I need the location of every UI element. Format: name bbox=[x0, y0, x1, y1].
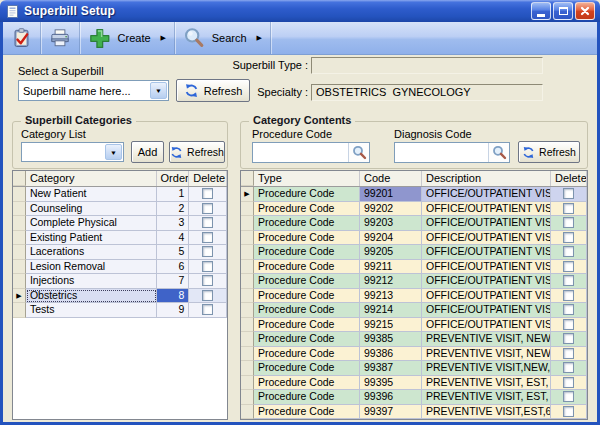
type-cell[interactable]: Procedure Code bbox=[254, 376, 360, 391]
delete-checkbox[interactable] bbox=[202, 304, 213, 315]
row-selector[interactable] bbox=[241, 274, 254, 289]
row-selector[interactable] bbox=[241, 390, 254, 405]
category-cell[interactable]: Tests bbox=[26, 303, 157, 318]
order-cell[interactable]: 7 bbox=[157, 274, 190, 289]
description-cell[interactable]: PREVENTIVE VISIT,NEW,65&OVER bbox=[422, 361, 551, 376]
code-cell[interactable]: 99385 bbox=[360, 332, 422, 347]
superbill-select-arrow-button[interactable]: ▼ bbox=[150, 82, 167, 99]
code-cell[interactable]: 99204 bbox=[360, 231, 422, 246]
row-selector[interactable] bbox=[13, 231, 26, 246]
table-row[interactable]: Procedure Code99214OFFICE/OUTPATIENT VIS… bbox=[241, 303, 587, 318]
maximize-button[interactable] bbox=[553, 2, 573, 20]
table-row[interactable]: Procedure Code99397PREVENTIVE VISIT,EST,… bbox=[241, 405, 587, 420]
table-row[interactable]: Lacerations5 bbox=[13, 245, 227, 260]
type-cell[interactable]: Procedure Code bbox=[254, 187, 360, 202]
category-cell[interactable]: Counseling bbox=[26, 202, 157, 217]
row-selector[interactable] bbox=[241, 289, 254, 304]
diagnosis-code-search-button[interactable] bbox=[488, 143, 509, 162]
type-cell[interactable]: Procedure Code bbox=[254, 245, 360, 260]
description-cell[interactable]: OFFICE/OUTPATIENT VISIT, NEW bbox=[422, 187, 551, 202]
order-cell[interactable]: 4 bbox=[157, 231, 190, 246]
table-row[interactable]: Existing Patient4 bbox=[13, 231, 227, 246]
type-cell[interactable]: Procedure Code bbox=[254, 216, 360, 231]
delete-checkbox[interactable] bbox=[563, 304, 574, 315]
description-cell[interactable]: OFFICE/OUTPATIENT VISIT, EST bbox=[422, 274, 551, 289]
code-cell[interactable]: 99202 bbox=[360, 202, 422, 217]
type-cell[interactable]: Procedure Code bbox=[254, 303, 360, 318]
row-selector[interactable] bbox=[241, 245, 254, 260]
table-row[interactable]: Procedure Code99396PREVENTIVE VISIT, EST… bbox=[241, 390, 587, 405]
delete-checkbox[interactable] bbox=[202, 290, 213, 301]
delete-checkbox[interactable] bbox=[202, 261, 213, 272]
save-superbill-button[interactable] bbox=[3, 22, 41, 54]
delete-checkbox[interactable] bbox=[563, 377, 574, 388]
delete-checkbox[interactable] bbox=[563, 362, 574, 373]
delete-checkbox[interactable] bbox=[202, 246, 213, 257]
order-cell[interactable]: 9 bbox=[157, 303, 190, 318]
row-selector[interactable] bbox=[241, 202, 254, 217]
code-cell[interactable]: 99213 bbox=[360, 289, 422, 304]
table-row[interactable]: Counseling2 bbox=[13, 202, 227, 217]
table-row[interactable]: Procedure Code99387PREVENTIVE VISIT,NEW,… bbox=[241, 361, 587, 376]
description-cell[interactable]: OFFICE/OUTPATIENT VISIT, NEW bbox=[422, 231, 551, 246]
delete-checkbox[interactable] bbox=[563, 188, 574, 199]
row-selector[interactable] bbox=[13, 260, 26, 275]
description-cell[interactable]: PREVENTIVE VISIT, EST, 18-39 bbox=[422, 376, 551, 391]
table-row[interactable]: Lesion Removal6 bbox=[13, 260, 227, 275]
minimize-button[interactable] bbox=[531, 2, 551, 20]
table-row[interactable]: Procedure Code99202OFFICE/OUTPATIENT VIS… bbox=[241, 202, 587, 217]
table-row[interactable]: Injections7 bbox=[13, 274, 227, 289]
order-cell[interactable]: 5 bbox=[157, 245, 190, 260]
close-button[interactable] bbox=[575, 2, 595, 20]
description-cell[interactable]: OFFICE/OUTPATIENT VISIT, EST bbox=[422, 318, 551, 333]
description-cell[interactable]: PREVENTIVE VISIT, NEW, 18-39 bbox=[422, 332, 551, 347]
delete-checkbox[interactable] bbox=[202, 203, 213, 214]
table-row[interactable]: Procedure Code99211OFFICE/OUTPATIENT VIS… bbox=[241, 260, 587, 275]
row-selector[interactable] bbox=[241, 216, 254, 231]
row-selector[interactable] bbox=[13, 274, 26, 289]
delete-checkbox[interactable] bbox=[563, 217, 574, 228]
row-selector[interactable] bbox=[13, 202, 26, 217]
superbill-select[interactable]: Superbill name here... ▼ bbox=[18, 80, 169, 101]
type-cell[interactable]: Procedure Code bbox=[254, 202, 360, 217]
code-cell[interactable]: 99203 bbox=[360, 216, 422, 231]
order-cell[interactable]: 1 bbox=[157, 187, 190, 202]
category-cell[interactable]: Lesion Removal bbox=[26, 260, 157, 275]
row-selector[interactable] bbox=[241, 318, 254, 333]
type-cell[interactable]: Procedure Code bbox=[254, 260, 360, 275]
category-list-select[interactable]: ▼ bbox=[21, 142, 124, 162]
table-row[interactable]: Procedure Code99204OFFICE/OUTPATIENT VIS… bbox=[241, 231, 587, 246]
add-category-button[interactable]: Add bbox=[131, 141, 164, 163]
type-cell[interactable]: Procedure Code bbox=[254, 405, 360, 420]
type-cell[interactable]: Procedure Code bbox=[254, 390, 360, 405]
delete-checkbox[interactable] bbox=[563, 319, 574, 330]
delete-checkbox[interactable] bbox=[563, 275, 574, 286]
code-cell[interactable]: 99215 bbox=[360, 318, 422, 333]
delete-checkbox[interactable] bbox=[202, 232, 213, 243]
title-bar[interactable]: Superbill Setup bbox=[0, 0, 600, 22]
code-cell[interactable]: 99395 bbox=[360, 376, 422, 391]
table-row[interactable]: Procedure Code99212OFFICE/OUTPATIENT VIS… bbox=[241, 274, 587, 289]
procedure-code-input[interactable] bbox=[253, 143, 348, 162]
type-cell[interactable]: Procedure Code bbox=[254, 289, 360, 304]
delete-checkbox[interactable] bbox=[563, 203, 574, 214]
code-cell[interactable]: 99387 bbox=[360, 361, 422, 376]
table-row[interactable]: Procedure Code99205OFFICE/OUTPATIENT VIS… bbox=[241, 245, 587, 260]
order-cell[interactable]: 2 bbox=[157, 202, 190, 217]
description-cell[interactable]: OFFICE/OUTPATIENT VISIT, EST bbox=[422, 303, 551, 318]
delete-checkbox[interactable] bbox=[563, 391, 574, 402]
row-selector[interactable] bbox=[241, 231, 254, 246]
table-row[interactable]: Procedure Code99213OFFICE/OUTPATIENT VIS… bbox=[241, 289, 587, 304]
code-cell[interactable]: 99201 bbox=[360, 187, 422, 202]
description-cell[interactable]: OFFICE/OUTPATIENT VISIT bbox=[422, 289, 551, 304]
code-cell[interactable]: 99211 bbox=[360, 260, 422, 275]
row-selector-marker-icon[interactable]: ▶ bbox=[13, 289, 26, 304]
categories-refresh-button[interactable]: Refresh bbox=[169, 141, 225, 163]
delete-checkbox[interactable] bbox=[563, 406, 574, 417]
procedure-code-field[interactable] bbox=[252, 142, 370, 163]
code-cell[interactable]: 99397 bbox=[360, 405, 422, 420]
table-row[interactable]: Procedure Code99385PREVENTIVE VISIT, NEW… bbox=[241, 332, 587, 347]
code-cell[interactable]: 99212 bbox=[360, 274, 422, 289]
row-selector[interactable] bbox=[13, 245, 26, 260]
description-cell[interactable]: OFFICE/OUTPATIENT VISIT, NEW bbox=[422, 245, 551, 260]
